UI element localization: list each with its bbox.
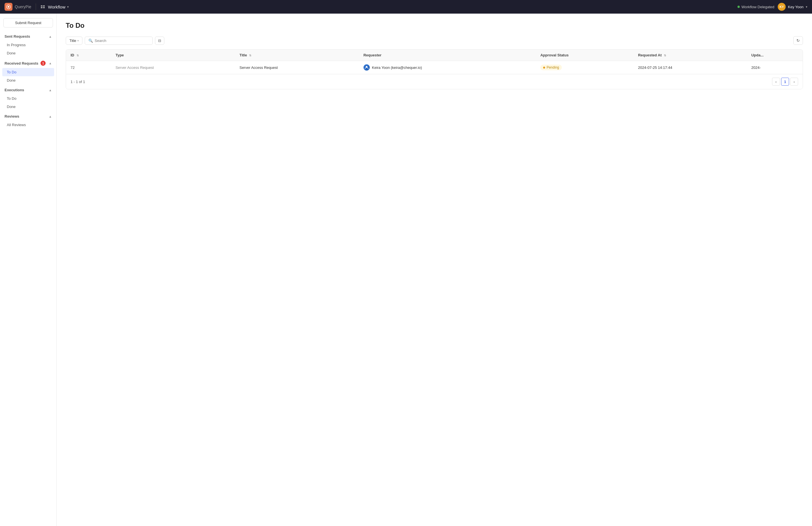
- done-received-label: Done: [7, 78, 16, 83]
- sort-icon-requested-at: ⇅: [664, 54, 666, 57]
- table-body: 72 Server Access Request Server Access R…: [66, 61, 803, 74]
- page-title: To Do: [66, 22, 803, 29]
- status-dot: [543, 67, 545, 69]
- reviews-label: Reviews: [4, 114, 19, 118]
- sent-requests-label: Sent Requests: [4, 34, 30, 39]
- search-input[interactable]: [95, 39, 149, 43]
- filter-label: Title: [69, 39, 76, 43]
- workflow-delegated-status: Workflow Delegated: [738, 5, 774, 9]
- sidebar-section-header-reviews[interactable]: Reviews ▲: [0, 112, 56, 121]
- cell-type: Server Access Request: [111, 61, 235, 74]
- svg-point-1: [8, 6, 9, 8]
- top-navigation: QueryPie Workflow ▾ Workflow Delegated K…: [0, 0, 812, 14]
- submit-request-button[interactable]: Submit Request: [3, 18, 53, 28]
- table-scroll: ID ⇅ Type Title ⇅ Requester Approval Sta…: [66, 49, 803, 74]
- data-table: ID ⇅ Type Title ⇅ Requester Approval Sta…: [66, 49, 803, 74]
- workflow-nav[interactable]: Workflow ▾: [41, 4, 69, 9]
- refresh-icon: ↻: [796, 38, 800, 43]
- svg-rect-5: [43, 7, 45, 8]
- sidebar-item-in-progress[interactable]: In Progress: [0, 41, 56, 49]
- app-logo[interactable]: QueryPie: [4, 3, 31, 11]
- user-chevron-icon: ▾: [806, 5, 808, 9]
- cell-title: Server Access Request: [235, 61, 359, 74]
- cell-requested-at: 2024-07-25 14:17:44: [634, 61, 747, 74]
- pagination-summary: 1 - 1 of 1: [71, 80, 85, 84]
- sidebar-item-all-reviews[interactable]: All Reviews: [0, 121, 56, 129]
- page-1-button[interactable]: 1: [781, 77, 789, 86]
- collapse-icon-executions: ▲: [49, 88, 52, 92]
- filter-icon-button[interactable]: ⊟: [155, 37, 164, 45]
- svg-rect-4: [41, 7, 43, 8]
- title-filter-button[interactable]: Title ▾: [66, 37, 83, 45]
- toolbar: Title ▾ 🔍 ⊟ ↻: [66, 36, 803, 45]
- all-reviews-label: All Reviews: [7, 123, 26, 127]
- pagination-controls: ‹ 1 ›: [772, 77, 798, 86]
- collapse-icon: ▲: [49, 35, 52, 38]
- app-name: QueryPie: [15, 4, 31, 9]
- col-header-title[interactable]: Title ⇅: [235, 49, 359, 61]
- received-requests-badge: 1: [41, 61, 46, 66]
- sidebar-item-exec-done[interactable]: Done: [0, 103, 56, 111]
- cell-id: 72: [66, 61, 111, 74]
- collapse-icon-received: ▲: [49, 61, 52, 65]
- sidebar-section-header-received-requests[interactable]: Received Requests 1 ▲: [0, 58, 56, 68]
- done-sent-label: Done: [7, 51, 16, 55]
- funnel-icon: ⊟: [158, 39, 161, 43]
- to-do-label: To Do: [7, 70, 16, 74]
- collapse-icon-reviews: ▲: [49, 115, 52, 118]
- sidebar: Submit Request Sent Requests ▲ In Progre…: [0, 14, 57, 526]
- sidebar-section-reviews: Reviews ▲ All Reviews: [0, 112, 56, 129]
- refresh-button[interactable]: ↻: [793, 36, 803, 45]
- col-header-requested-at[interactable]: Requested At ⇅: [634, 49, 747, 61]
- sidebar-section-executions: Executions ▲ To Do Done: [0, 86, 56, 111]
- col-header-approval-status: Approval Status: [536, 49, 634, 61]
- table-header-row: ID ⇅ Type Title ⇅ Requester Approval Sta…: [66, 49, 803, 61]
- sidebar-section-sent-requests: Sent Requests ▲ In Progress Done: [0, 32, 56, 57]
- user-name: Key Yoon: [788, 5, 803, 9]
- col-header-updated-at: Upda...: [747, 49, 803, 61]
- avatar: KY: [778, 3, 786, 11]
- main-layout: Submit Request Sent Requests ▲ In Progre…: [0, 14, 812, 526]
- search-icon: 🔍: [88, 39, 93, 43]
- status-text: Pending: [547, 66, 559, 69]
- user-menu[interactable]: KY Key Yoon ▾: [778, 3, 808, 11]
- cell-approval-status: Pending: [536, 61, 634, 74]
- exec-to-do-label: To Do: [7, 96, 16, 101]
- cell-updated-at: 2024-: [747, 61, 803, 74]
- logo-icon: [4, 3, 13, 11]
- sidebar-section-received-requests: Received Requests 1 ▲ To Do Done: [0, 58, 56, 84]
- sidebar-section-header-sent-requests[interactable]: Sent Requests ▲: [0, 32, 56, 41]
- next-page-button[interactable]: ›: [790, 77, 798, 86]
- in-progress-label: In Progress: [7, 43, 26, 47]
- requester-name: Keira Yoon (keira@chequer.io): [372, 66, 422, 70]
- received-requests-label: Received Requests: [4, 61, 38, 66]
- data-table-container: ID ⇅ Type Title ⇅ Requester Approval Sta…: [66, 49, 803, 89]
- col-header-type: Type: [111, 49, 235, 61]
- main-content: To Do Title ▾ 🔍 ⊟ ↻: [57, 14, 812, 526]
- search-box: 🔍: [85, 37, 153, 45]
- sidebar-item-done-received[interactable]: Done: [0, 76, 56, 84]
- sidebar-item-to-do[interactable]: To Do: [2, 68, 54, 76]
- sidebar-section-header-executions[interactable]: Executions ▲: [0, 86, 56, 94]
- table-row[interactable]: 72 Server Access Request Server Access R…: [66, 61, 803, 74]
- prev-page-button[interactable]: ‹: [772, 77, 780, 86]
- svg-rect-3: [43, 5, 45, 6]
- col-header-requester: Requester: [359, 49, 536, 61]
- requester-avatar: [363, 64, 370, 71]
- sidebar-item-done-sent[interactable]: Done: [0, 49, 56, 57]
- executions-label: Executions: [4, 88, 24, 92]
- delegated-status-dot: [738, 6, 740, 8]
- cell-requester: Keira Yoon (keira@chequer.io): [359, 61, 536, 74]
- workflow-label: Workflow: [48, 4, 65, 9]
- sort-icon-id: ⇅: [76, 54, 79, 57]
- sidebar-item-exec-to-do[interactable]: To Do: [0, 94, 56, 103]
- exec-done-label: Done: [7, 104, 16, 109]
- sort-icon-title: ⇅: [249, 54, 251, 57]
- pagination: 1 - 1 of 1 ‹ 1 ›: [66, 74, 803, 89]
- delegated-label: Workflow Delegated: [741, 5, 774, 9]
- col-header-id[interactable]: ID ⇅: [66, 49, 111, 61]
- svg-rect-2: [41, 5, 43, 6]
- chevron-down-icon: ▾: [67, 5, 69, 9]
- filter-chevron-icon: ▾: [77, 39, 79, 42]
